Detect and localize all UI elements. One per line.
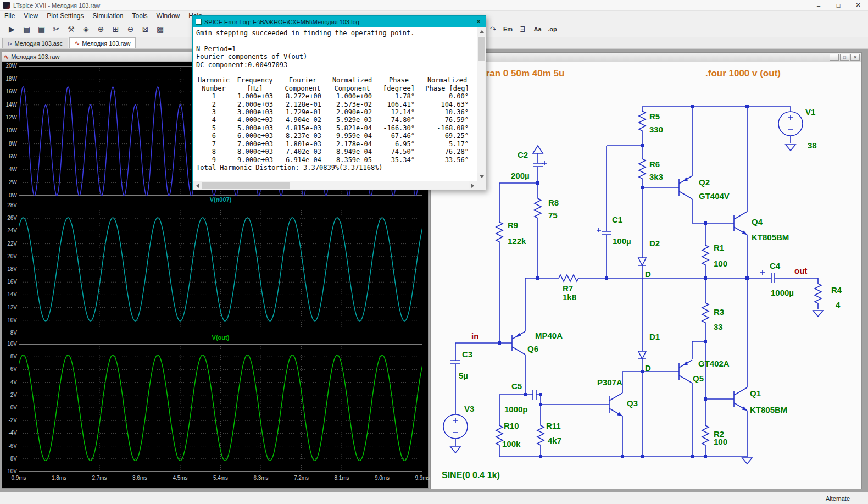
resistor-symbol[interactable] [702,423,709,447]
component-ref-label[interactable]: R3 [714,307,724,317]
component-value-label[interactable]: 330 [649,125,663,134]
component-ref-label[interactable]: R1 [714,243,724,252]
component-ref-label[interactable]: R8 [548,198,559,207]
component-value-label[interactable]: P307A [597,378,622,387]
minimize-button[interactable]: – [809,0,828,11]
component-ref-label[interactable]: R9 [508,220,518,230]
spice-directive-icon[interactable]: .op [545,23,560,36]
resistor-symbol[interactable] [702,242,709,267]
scroll-down-icon[interactable] [477,173,486,181]
capacitor-symbol[interactable] [533,159,543,171]
dialog-close-button[interactable]: ✕ [474,18,483,26]
close-button[interactable]: ✕ [848,0,868,11]
component-value-label[interactable]: 200µ [511,171,530,180]
four-directive[interactable]: .four 1000 v (out) [705,68,781,79]
child-minimize-button[interactable]: – [830,54,839,61]
menu-item-tools[interactable]: Tools [128,12,152,20]
component-value-label[interactable]: SINE(0 0.4 1k) [442,470,500,480]
trace-label[interactable]: V(out) [19,334,422,341]
component-value-label[interactable]: 75 [548,211,558,220]
menu-item-view[interactable]: View [19,12,42,20]
zoom-full-icon[interactable]: ⊠ [138,23,153,36]
component-ref-label[interactable]: D2 [649,239,660,248]
dialog-titlebar[interactable]: SPICE Error Log: E:\ВАЖНОЕ\СХЕМЫ\Мелодия… [193,16,486,27]
save-icon[interactable]: ▦ [34,23,49,36]
scroll-right-icon[interactable] [469,181,477,190]
component-value-label[interactable]: 4k7 [548,436,561,445]
tab-waveform[interactable]: ∿ Мелодия 103.raw [69,37,136,48]
component-ref-label[interactable]: C5 [511,381,522,391]
schematic-window-titlebar[interactable]: Мелодия 103.asc – □ ✕ [431,53,861,62]
child-close-button[interactable]: ✕ [850,54,860,61]
component-ref-label[interactable]: R11 [546,421,561,430]
redo-icon[interactable]: ↷ [486,23,500,36]
capacitor-symbol[interactable] [602,227,611,239]
vertical-scroll-thumb[interactable] [478,37,485,61]
run-icon[interactable]: ▶ [4,23,19,36]
net-label-in[interactable]: in [471,331,478,341]
capacitor-symbol[interactable] [767,273,779,283]
component-value-label[interactable]: GT402A [698,359,730,368]
capacitor-symbol[interactable] [450,356,460,368]
component-ref-label[interactable]: C2 [518,150,528,159]
diode-symbol[interactable] [638,348,646,363]
text-icon[interactable]: Aa [530,23,545,36]
component-value-label[interactable]: D [645,269,651,279]
component-ref-label[interactable]: R5 [649,112,660,121]
component-value-label[interactable]: KT805BM [752,232,789,242]
V(out)-plot-pane[interactable] [19,344,422,472]
resistor-symbol[interactable] [556,275,581,281]
menu-item-window[interactable]: Window [152,12,185,20]
maximize-button[interactable]: □ [828,0,848,11]
pan-icon[interactable]: ◈ [79,23,93,36]
component-ref-label[interactable]: C4 [770,261,781,270]
menu-item-simulation[interactable]: Simulation [88,12,128,20]
diode-symbol[interactable] [638,254,646,270]
cut-icon[interactable]: ✂ [49,23,64,36]
component-value-label[interactable]: D [645,363,651,373]
component-value-label[interactable]: 100k [502,439,521,448]
transistor-symbol[interactable] [609,393,622,416]
component-value-label[interactable]: MP40A [535,331,563,340]
open-icon[interactable]: ▤ [19,23,34,36]
mirror-icon[interactable]: Ǝ [515,23,530,36]
transistor-symbol[interactable] [734,212,747,235]
component-ref-label[interactable]: Q1 [750,389,761,398]
net-label-out[interactable]: out [794,266,807,275]
ground-symbol[interactable] [786,145,795,151]
resistor-symbol[interactable] [639,156,646,181]
vertical-scrollbar[interactable] [477,27,485,181]
component-ref-label[interactable]: Q5 [693,374,704,383]
component-value-label[interactable]: 5µ [459,371,468,380]
scroll-up-icon[interactable] [477,27,486,36]
component-value-label[interactable]: 100 [714,437,727,446]
component-value-label[interactable]: GT404V [699,191,730,201]
resistor-symbol[interactable] [815,281,821,306]
component-ref-label[interactable]: R10 [504,421,519,430]
component-ref-label[interactable]: V3 [464,404,474,413]
zoom-area-icon[interactable]: ⊞ [108,23,123,36]
V(n007)-plot-pane[interactable] [19,206,422,333]
component-value-label[interactable]: 100µ [613,236,631,246]
component-ref-label[interactable]: Q3 [627,398,638,408]
capacitor-symbol[interactable] [528,390,541,400]
component-ref-label[interactable]: C1 [612,215,622,224]
net-label-icon[interactable]: Em [500,23,515,36]
component-value-label[interactable]: 122k [508,236,526,246]
resistor-symbol[interactable] [496,219,503,244]
component-value-label[interactable]: 3k3 [649,172,663,181]
power-flag-symbol[interactable] [533,146,543,153]
component-ref-label[interactable]: C3 [462,350,472,359]
schematic-canvas[interactable]: V138R5330R63k3Q2GT404VC2200µR875C1100µD2… [431,62,861,489]
component-ref-label[interactable]: Q6 [527,344,538,353]
tran-directive[interactable]: tran 0 50m 40m 5u [483,68,564,79]
resistor-symbol[interactable] [537,423,544,447]
zoom-out-icon[interactable]: ⊖ [123,23,138,36]
component-ref-label[interactable]: Q2 [699,178,710,187]
tab-schematic[interactable]: ⊳ Мелодия 103.asc [2,38,68,48]
menu-item-plot-settings[interactable]: Plot Settings [42,12,88,20]
component-value-label[interactable]: 4 [836,300,841,309]
transistor-symbol[interactable] [734,387,747,411]
zoom-in-icon[interactable]: ⊕ [93,23,108,36]
component-value-label[interactable]: 1000p [504,405,528,414]
